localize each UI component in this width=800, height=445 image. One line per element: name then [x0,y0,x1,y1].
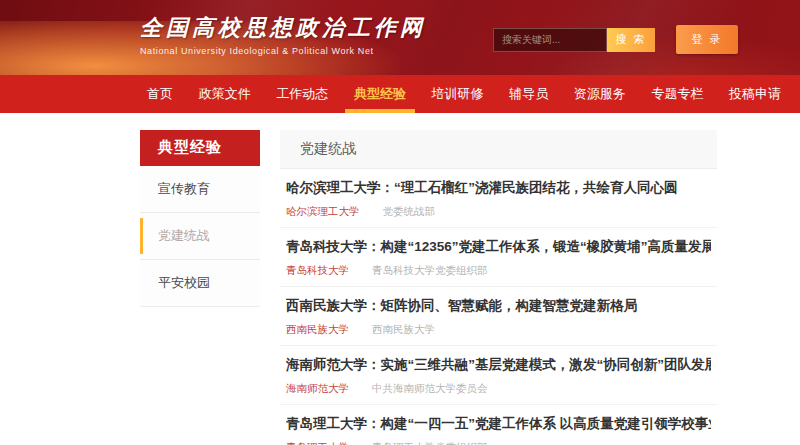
article-title[interactable]: 海南师范大学：实施“三维共融”基层党建模式，激发“协同创新”团队发展合力 [286,356,711,374]
sidebar-item-publicity-education[interactable]: 宣传教育 [140,166,260,213]
article-source: 哈尔滨理工大学 [286,205,360,217]
article-department: 青岛科技大学党委组织部 [372,264,488,276]
article-source: 青岛理工大学 [286,441,349,445]
article-meta: 哈尔滨理工大学 党委统战部 [286,205,711,219]
article-meta: 西南民族大学 西南民族大学 [286,323,711,337]
article-department: 青岛理工大学党委组织部 [372,441,488,445]
site-subtitle: National University Ideological & Politi… [140,46,426,56]
section-title: 党建统战 [280,130,717,169]
article-row[interactable]: 海南师范大学：实施“三维共融”基层党建模式，激发“协同创新”团队发展合力 海南师… [280,346,717,405]
nav-item-home[interactable]: 首页 [142,75,178,113]
article-meta: 青岛理工大学 青岛理工大学党委组织部 [286,441,711,445]
login-button[interactable]: 登 录 [676,25,738,54]
nav-item-typical-experience[interactable]: 典型经验 [349,75,411,113]
article-row[interactable]: 青岛科技大学：构建“12356”党建工作体系，锻造“橡胶黄埔”高质量发展“红色引… [280,228,717,287]
article-source: 西南民族大学 [286,323,349,335]
article-source: 海南师范大学 [286,382,349,394]
nav-item-work-dynamics[interactable]: 工作动态 [271,75,333,113]
sidebar-title: 典型经验 [140,130,260,166]
site-header: 全国高校思想政治工作网 National University Ideologi… [0,0,800,75]
nav-item-submission[interactable]: 投稿申请 [724,75,786,113]
nav-item-policy-documents[interactable]: 政策文件 [194,75,256,113]
article-meta: 海南师范大学 中共海南师范大学委员会 [286,382,711,396]
article-department: 西南民族大学 [372,323,435,335]
article-title[interactable]: 西南民族大学：矩阵协同、智慧赋能，构建智慧党建新格局 [286,297,711,315]
article-row[interactable]: 青岛理工大学：构建“一四一五”党建工作体系 以高质量党建引领学校事业高质量发展 … [280,405,717,445]
article-row[interactable]: 哈尔滨理工大学：“理工石榴红”浇灌民族团结花，共绘育人同心圆 哈尔滨理工大学 党… [280,169,717,228]
sidebar-item-party-building[interactable]: 党建统战 [140,213,260,260]
article-department: 中共海南师范大学委员会 [372,382,488,394]
search-area: 搜 索 登 录 [493,25,738,54]
article-row[interactable]: 西南民族大学：矩阵协同、智慧赋能，构建智慧党建新格局 西南民族大学 西南民族大学 [280,287,717,346]
search-button[interactable]: 搜 索 [607,28,655,52]
article-title[interactable]: 青岛科技大学：构建“12356”党建工作体系，锻造“橡胶黄埔”高质量发展“红色引… [286,238,711,256]
nav-item-special-columns[interactable]: 专题专栏 [646,75,708,113]
article-department: 党委统战部 [382,205,435,217]
nav-item-counselors[interactable]: 辅导员 [504,75,553,113]
article-title[interactable]: 青岛理工大学：构建“一四一五”党建工作体系 以高质量党建引领学校事业高质量发展 [286,415,711,433]
article-title[interactable]: 哈尔滨理工大学：“理工石榴红”浇灌民族团结花，共绘育人同心圆 [286,179,711,197]
search-input[interactable] [493,28,607,52]
article-source: 青岛科技大学 [286,264,349,276]
article-list-panel: 党建统战 哈尔滨理工大学：“理工石榴红”浇灌民族团结花，共绘育人同心圆 哈尔滨理… [280,130,717,445]
site-title: 全国高校思想政治工作网 [140,13,426,43]
main-nav: 首页 政策文件 工作动态 典型经验 培训研修 辅导员 资源服务 专题专栏 投稿申… [0,75,800,113]
site-logo: 全国高校思想政治工作网 National University Ideologi… [140,13,426,56]
article-meta: 青岛科技大学 青岛科技大学党委组织部 [286,264,711,278]
nav-item-resource-services[interactable]: 资源服务 [569,75,631,113]
nav-item-training[interactable]: 培训研修 [427,75,489,113]
sidebar: 典型经验 宣传教育 党建统战 平安校园 [140,130,260,445]
content-area: 典型经验 宣传教育 党建统战 平安校园 党建统战 哈尔滨理工大学：“理工石榴红”… [0,113,800,445]
sidebar-item-safe-campus[interactable]: 平安校园 [140,260,260,307]
